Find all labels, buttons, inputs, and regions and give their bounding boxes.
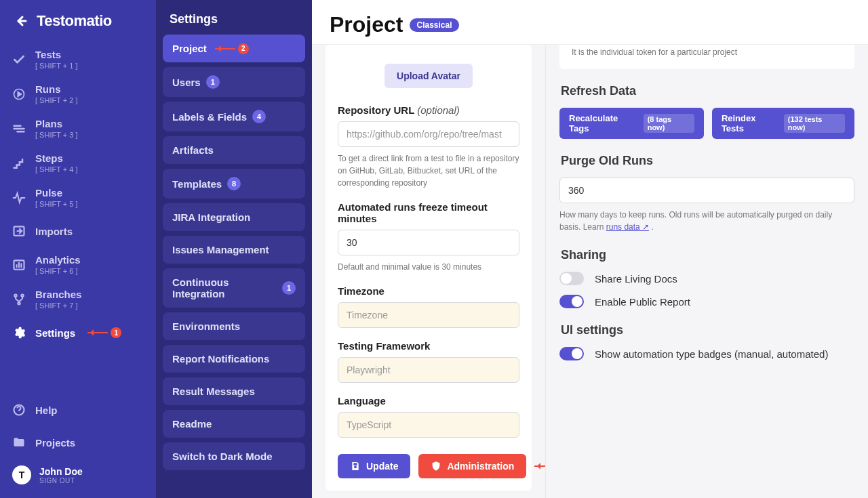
framework-input[interactable] — [338, 357, 519, 383]
repo-url-help: To get a direct link from a test to file… — [338, 152, 519, 189]
steps-icon — [12, 157, 26, 170]
shield-icon — [431, 461, 441, 472]
framework-label: Testing Framework — [338, 340, 519, 352]
nav-item-branches[interactable]: Branches[ SHIFT + 7 ] — [0, 282, 156, 316]
settings-item-users[interactable]: Users1 — [163, 67, 305, 97]
project-form-column: Upload Avatar Repository URL (optional) … — [312, 45, 546, 498]
back-arrow-icon[interactable] — [12, 13, 28, 29]
folder-icon — [12, 436, 26, 449]
nav-item-analytics[interactable]: Analytics[ SHIFT + 6 ] — [0, 247, 156, 282]
language-label: Language — [338, 395, 519, 407]
timezone-input[interactable] — [338, 302, 519, 328]
nav-item-runs[interactable]: Runs[ SHIFT + 2 ] — [0, 77, 156, 111]
play-circle-icon — [12, 87, 26, 101]
freeze-input[interactable] — [338, 230, 519, 255]
recalculate-tags-button[interactable]: Recalculate Tags(8 tags now) — [559, 108, 704, 139]
branch-icon — [12, 293, 26, 306]
nav-item-steps[interactable]: Steps[ SHIFT + 4 ] — [0, 146, 156, 180]
annotation-2: 2 — [215, 43, 249, 54]
import-icon — [12, 224, 26, 238]
freeze-help: Default and minimal value is 30 minutes — [338, 261, 519, 273]
purge-days-input[interactable] — [559, 178, 854, 203]
signout-link[interactable]: SIGN OUT — [39, 477, 83, 484]
user-row[interactable]: T John Doe SIGN OUT — [0, 459, 156, 491]
sharing-heading: Sharing — [561, 248, 854, 262]
freeze-label: Automated runs freeze timeout minutes — [338, 201, 519, 224]
nav-item-imports[interactable]: Imports — [0, 215, 156, 247]
annotation-3: 3 — [534, 461, 546, 472]
nav-item-plans[interactable]: Plans[ SHIFT + 3 ] — [0, 111, 156, 146]
runs-data-link[interactable]: runs data ↗ — [606, 222, 649, 232]
nav-item-pulse[interactable]: Pulse[ SHIFT + 5 ] — [0, 180, 156, 215]
list-icon — [12, 122, 26, 136]
avatar: T — [12, 465, 31, 484]
purge-help: How many days to keep runs. Old runs wil… — [559, 209, 854, 233]
settings-item-result-messages[interactable]: Result Messages — [163, 377, 305, 405]
nav-item-settings[interactable]: Settings 1 — [0, 316, 156, 349]
settings-title: Settings — [163, 9, 305, 35]
gear-icon — [12, 326, 26, 339]
annotation-1: 1 — [87, 327, 121, 338]
settings-item-readme[interactable]: Readme — [163, 410, 305, 438]
save-icon — [350, 461, 361, 472]
enable-public-report-label: Enable Public Report — [595, 296, 690, 308]
settings-item-labels[interactable]: Labels & Fields4 — [163, 102, 305, 131]
settings-item-ci[interactable]: Continuous Integration1 — [163, 268, 305, 308]
settings-item-dark-mode[interactable]: Switch to Dark Mode — [163, 442, 305, 470]
share-living-docs-toggle[interactable] — [559, 272, 584, 285]
pulse-icon — [12, 191, 26, 205]
repo-url-label: Repository URL (optional) — [338, 104, 519, 116]
timezone-label: Timezone — [338, 285, 519, 297]
update-button[interactable]: Update — [338, 454, 410, 478]
settings-item-templates[interactable]: Templates8 — [163, 169, 305, 199]
brand-row: Testomatio — [0, 7, 156, 42]
purge-heading: Purge Old Runs — [561, 154, 854, 168]
user-name: John Doe — [39, 466, 83, 477]
enable-public-report-toggle[interactable] — [559, 295, 584, 308]
check-icon — [12, 53, 26, 66]
project-side-column: It is the individual token for a particu… — [546, 45, 868, 498]
refresh-heading: Refresh Data — [561, 84, 854, 98]
nav-item-tests[interactable]: Tests[ SHIFT + 1 ] — [0, 42, 156, 77]
main: Project Classical Upload Avatar Reposito… — [312, 0, 868, 498]
nav-item-projects[interactable]: Projects — [0, 426, 156, 459]
project-type-tag: Classical — [410, 18, 458, 32]
show-badges-label: Show automation type badges (manual, aut… — [595, 348, 828, 360]
token-note: It is the individual token for a particu… — [572, 47, 842, 57]
page-title: Project — [330, 12, 403, 37]
settings-item-environments[interactable]: Environments — [163, 312, 305, 340]
settings-item-jira[interactable]: JIRA Integration — [163, 203, 305, 231]
share-living-docs-label: Share Living Docs — [595, 273, 677, 285]
settings-item-report-notifications[interactable]: Report Notifications — [163, 345, 305, 373]
reindex-tests-button[interactable]: Reindex Tests(132 tests now) — [712, 108, 854, 139]
language-input[interactable] — [338, 412, 519, 438]
settings-item-artifacts[interactable]: Artifacts — [163, 136, 305, 164]
brand-name: Testomatio — [37, 12, 112, 30]
settings-panel: Settings Project 2 Users1 Labels & Field… — [156, 0, 312, 498]
help-icon — [12, 403, 26, 417]
main-header: Project Classical — [312, 0, 868, 45]
show-badges-toggle[interactable] — [559, 347, 584, 360]
settings-item-project[interactable]: Project 2 — [163, 35, 305, 62]
repo-url-input[interactable] — [338, 121, 519, 147]
left-nav: Testomatio Tests[ SHIFT + 1 ] Runs[ SHIF… — [0, 0, 156, 498]
nav-item-help[interactable]: Help — [0, 394, 156, 426]
ui-settings-heading: UI settings — [561, 323, 854, 337]
upload-avatar-button[interactable]: Upload Avatar — [384, 64, 473, 88]
administration-button[interactable]: Administration — [418, 454, 526, 478]
settings-item-issues[interactable]: Issues Management — [163, 236, 305, 264]
analytics-icon — [12, 258, 26, 272]
